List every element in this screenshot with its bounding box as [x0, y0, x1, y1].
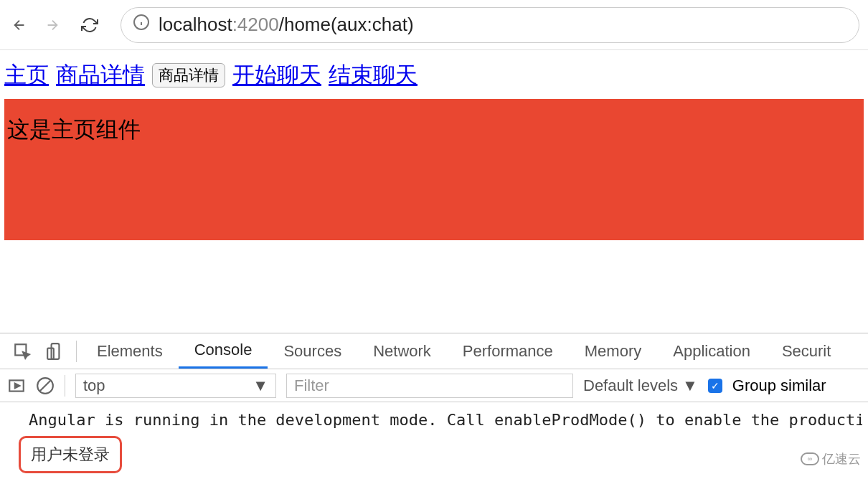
clear-console-icon[interactable] — [36, 376, 55, 395]
url-path: /home(aux:chat) — [279, 14, 414, 36]
log-levels-selector[interactable]: Default levels ▼ — [583, 376, 698, 395]
log-line-highlighted: 用户未登录 — [19, 436, 122, 473]
tab-application[interactable]: Application — [657, 333, 766, 369]
url-host: localhost — [159, 14, 232, 36]
panel-text: 这是主页组件 — [7, 117, 141, 142]
svg-line-9 — [39, 380, 50, 391]
context-selector[interactable]: top ▼ — [75, 374, 276, 398]
svg-marker-7 — [15, 383, 20, 388]
browser-toolbar: localhost:4200/home(aux:chat) — [0, 0, 868, 50]
levels-label: Default levels — [583, 376, 678, 395]
back-button[interactable] — [9, 14, 30, 36]
console-output: Angular is running in the development mo… — [0, 402, 868, 479]
nav-links: 主页 商品详情 商品详情 开始聊天 结束聊天 — [4, 60, 864, 90]
tab-memory[interactable]: Memory — [569, 333, 657, 369]
context-label: top — [83, 376, 105, 395]
device-toggle-icon[interactable] — [46, 342, 65, 361]
reload-button[interactable] — [79, 14, 100, 36]
button-product-detail[interactable]: 商品详情 — [152, 63, 225, 87]
group-similar-label: Group similar — [732, 376, 826, 395]
log-line-angular: Angular is running in the development mo… — [6, 408, 862, 432]
chevron-down-icon: ▼ — [253, 376, 268, 395]
link-start-chat[interactable]: 开始聊天 — [232, 60, 321, 90]
filter-placeholder: Filter — [294, 376, 329, 395]
watermark-icon: ∞ — [801, 452, 819, 465]
tab-security[interactable]: Securit — [766, 333, 846, 369]
console-toolbar: top ▼ Filter Default levels ▼ ✓ Group si… — [0, 369, 868, 402]
toggle-sidebar-icon[interactable] — [7, 376, 26, 395]
tab-performance[interactable]: Performance — [447, 333, 569, 369]
devtools-tabs: Elements Console Sources Network Perform… — [0, 333, 868, 369]
url-port: :4200 — [232, 14, 279, 36]
divider — [76, 341, 77, 362]
home-component-panel: 这是主页组件 — [4, 99, 864, 240]
tab-console[interactable]: Console — [179, 333, 268, 369]
page-content: 主页 商品详情 商品详情 开始聊天 结束聊天 这是主页组件 — [0, 50, 868, 250]
inspect-icon[interactable] — [13, 342, 32, 361]
tab-elements[interactable]: Elements — [81, 333, 179, 369]
group-similar-checkbox[interactable]: ✓ — [708, 379, 722, 393]
tab-sources[interactable]: Sources — [268, 333, 357, 369]
link-home[interactable]: 主页 — [4, 60, 49, 90]
svg-rect-4 — [52, 343, 60, 359]
link-end-chat[interactable]: 结束聊天 — [329, 60, 418, 90]
chevron-down-icon: ▼ — [682, 376, 698, 395]
filter-input[interactable]: Filter — [286, 374, 573, 398]
watermark-text: 亿速云 — [822, 450, 861, 468]
address-bar[interactable]: localhost:4200/home(aux:chat) — [121, 7, 859, 43]
devtools-panel: Elements Console Sources Network Perform… — [0, 333, 868, 479]
info-icon — [133, 14, 150, 36]
divider — [65, 375, 65, 397]
forward-button[interactable] — [42, 14, 63, 36]
tab-network[interactable]: Network — [357, 333, 447, 369]
watermark: ∞ 亿速云 — [801, 450, 861, 468]
link-product-detail[interactable]: 商品详情 — [56, 60, 145, 90]
